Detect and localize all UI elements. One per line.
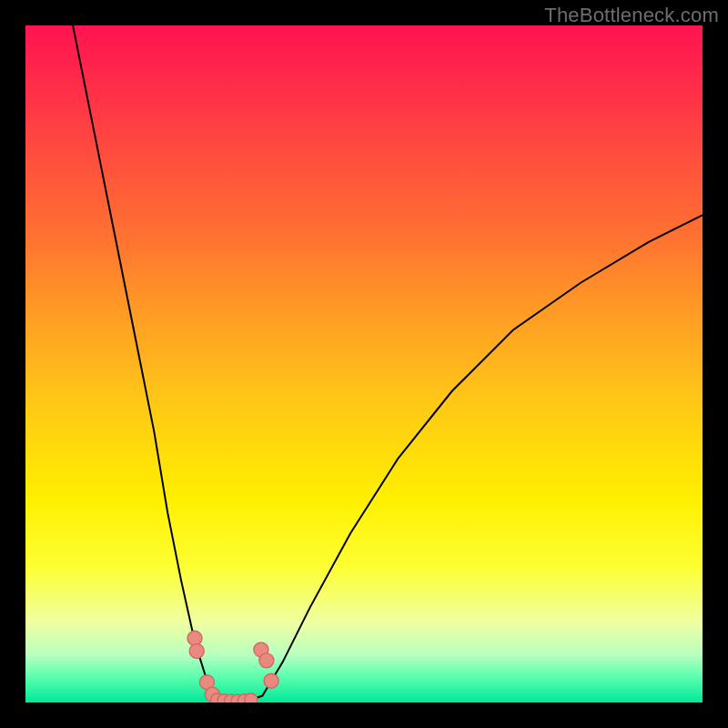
- data-marker: [264, 673, 278, 688]
- bottleneck-curve: [73, 25, 703, 702]
- plot-area: [25, 25, 703, 703]
- data-marker: [245, 693, 258, 703]
- watermark-text: TheBottleneck.com: [544, 4, 719, 27]
- chart-frame: TheBottleneck.com: [0, 0, 728, 728]
- data-marker: [187, 631, 202, 645]
- chart-svg: [25, 25, 703, 703]
- data-marker: [189, 643, 204, 658]
- data-marker: [259, 653, 274, 668]
